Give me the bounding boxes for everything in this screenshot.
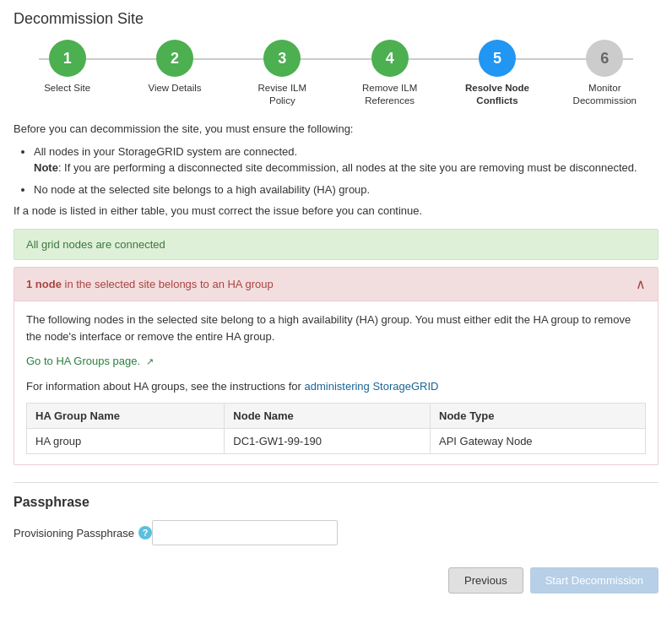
table-cell: HA group — [27, 429, 225, 454]
step-circle-5: 5 — [479, 40, 516, 77]
requirement-list: All nodes in your StorageGRID system are… — [34, 144, 658, 198]
step-number-1: 1 — [63, 50, 72, 68]
step-3: 3 Revise ILM Policy — [229, 40, 336, 107]
ha-link-paragraph: Go to HA Groups page. ↗ — [26, 353, 646, 370]
step-number-4: 4 — [386, 50, 394, 68]
step-label-3: Revise ILM Policy — [248, 82, 316, 107]
danger-alert-text: 1 node in the selected site belongs to a… — [26, 278, 274, 290]
table-row: HA groupDC1-GW1-99-190API Gateway Node — [27, 429, 646, 454]
danger-alert-header[interactable]: 1 node in the selected site belongs to a… — [14, 267, 658, 301]
page-title: Decommission Site — [14, 10, 658, 28]
step-label-4: Remove ILM References — [356, 82, 424, 107]
bullet1-text: All nodes in your StorageGRID system are… — [34, 145, 297, 158]
passphrase-input[interactable] — [152, 520, 338, 545]
step-4: 4 Remove ILM References — [336, 40, 443, 107]
col-header-node-name: Node Name — [225, 404, 431, 429]
requirement-2: No node at the selected site belongs to … — [34, 182, 658, 198]
note-text: : If you are performing a disconnected s… — [58, 161, 637, 174]
col-header-node-type: Node Type — [431, 404, 646, 429]
step-circle-6: 6 — [586, 40, 623, 77]
passphrase-title: Passphrase — [14, 495, 658, 510]
passphrase-section: Passphrase Provisioning Passphrase ? — [14, 482, 658, 545]
ha-table: HA Group Name Node Name Node Type HA gro… — [26, 403, 646, 454]
step-number-5: 5 — [493, 50, 501, 68]
step-label-2: View Details — [148, 82, 201, 95]
start-decommission-button[interactable]: Start Decommission — [530, 567, 658, 594]
step-circle-2: 2 — [156, 40, 193, 77]
step-label-6: Monitor Decommission — [571, 82, 638, 107]
administering-link[interactable]: administering StorageGRID — [305, 380, 439, 393]
step-circle-4: 4 — [371, 40, 409, 77]
step-circle-3: 3 — [263, 40, 301, 77]
danger-alert-count: 1 node — [26, 278, 62, 290]
intro-text: Before you can decommission the site, yo… — [14, 122, 658, 135]
ha-info-paragraph: For information about HA groups, see the… — [26, 378, 646, 395]
passphrase-form-row: Provisioning Passphrase ? — [14, 520, 658, 545]
step-circle-1: 1 — [49, 40, 86, 77]
step-number-3: 3 — [278, 50, 286, 68]
danger-body-text: The following nodes in the selected site… — [26, 312, 646, 344]
step-6: 6 Monitor Decommission — [551, 40, 658, 107]
previous-button[interactable]: Previous — [448, 567, 523, 594]
danger-alert-suffix: in the selected site belongs to an HA gr… — [62, 278, 274, 290]
ha-table-header-row: HA Group Name Node Name Node Type — [27, 404, 646, 429]
col-header-ha-group-name: HA Group Name — [27, 404, 225, 429]
step-number-6: 6 — [600, 50, 609, 68]
condition-text: If a node is listed in either table, you… — [14, 204, 658, 217]
danger-alert-body: The following nodes in the selected site… — [14, 301, 658, 465]
requirement-1: All nodes in your StorageGRID system are… — [34, 144, 658, 176]
footer-buttons: Previous Start Decommission — [14, 559, 658, 594]
table-cell: API Gateway Node — [431, 429, 646, 454]
chevron-up-icon: ∧ — [636, 276, 646, 292]
ha-info-prefix: For information about HA groups, see the… — [26, 380, 305, 393]
step-5: 5 Resolve Node Conflicts — [443, 40, 550, 107]
passphrase-label: Provisioning Passphrase ? — [14, 526, 152, 539]
step-label-1: Select Site — [44, 82, 90, 95]
external-link-icon: ↗ — [146, 355, 154, 369]
ha-table-head: HA Group Name Node Name Node Type — [27, 404, 646, 429]
success-alert: All grid nodes are connected — [14, 229, 658, 260]
ha-table-body: HA groupDC1-GW1-99-190API Gateway Node — [27, 429, 646, 454]
step-2: 2 View Details — [121, 40, 228, 95]
step-label-5: Resolve Node Conflicts — [463, 82, 531, 107]
step-1: 1 Select Site — [14, 40, 121, 95]
step-number-2: 2 — [171, 50, 179, 68]
table-cell: DC1-GW1-99-190 — [225, 429, 431, 454]
note-bold: Note — [34, 161, 58, 174]
help-icon[interactable]: ? — [138, 526, 152, 539]
stepper: 1 Select Site 2 View Details 3 Revise IL… — [14, 40, 658, 107]
ha-groups-link[interactable]: Go to HA Groups page. ↗ — [26, 355, 154, 367]
